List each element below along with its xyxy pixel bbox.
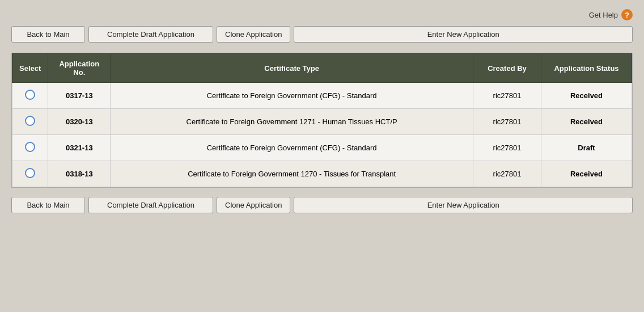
created-by-cell: ric27801 — [473, 109, 541, 135]
col-created-by: Created By — [473, 54, 541, 83]
applications-table: Select ApplicationNo. Certificate Type C… — [12, 53, 632, 187]
select-cell[interactable] — [12, 161, 48, 187]
get-help-label: Get Help — [589, 11, 618, 19]
select-cell[interactable] — [12, 83, 48, 109]
select-cell[interactable] — [12, 135, 48, 161]
select-cell[interactable] — [12, 109, 48, 135]
back-to-main-button-bottom[interactable]: Back to Main — [11, 197, 85, 213]
enter-new-application-button-bottom[interactable]: Enter New Application — [294, 197, 633, 213]
created-by-cell: ric27801 — [473, 135, 541, 161]
cert-type-cell: Certificate to Foreign Government 1271 -… — [111, 109, 473, 135]
cert-type-cell: Certificate to Foreign Government (CFG) … — [111, 135, 473, 161]
status-cell: Received — [541, 83, 632, 109]
radio-button[interactable] — [25, 116, 35, 126]
app-no-cell: 0317-13 — [48, 83, 111, 109]
radio-button[interactable] — [25, 142, 35, 152]
status-cell: Received — [541, 161, 632, 187]
cert-type-cell: Certificate to Foreign Government (CFG) … — [111, 83, 473, 109]
get-help-row: Get Help ? — [11, 6, 633, 26]
bottom-button-bar: Back to Main Complete Draft Application … — [11, 197, 633, 213]
col-app-no: ApplicationNo. — [48, 54, 111, 83]
table-row: 0320-13Certificate to Foreign Government… — [12, 109, 632, 135]
table-header-row: Select ApplicationNo. Certificate Type C… — [12, 54, 632, 83]
status-cell: Draft — [541, 135, 632, 161]
cert-type-cell: Certificate to Foreign Government 1270 -… — [111, 161, 473, 187]
radio-button[interactable] — [25, 168, 35, 178]
table-row: 0321-13Certificate to Foreign Government… — [12, 135, 632, 161]
radio-button[interactable] — [25, 90, 35, 100]
app-no-cell: 0321-13 — [48, 135, 111, 161]
clone-application-button-top[interactable]: Clone Application — [217, 26, 290, 43]
table-row: 0317-13Certificate to Foreign Government… — [12, 83, 632, 109]
col-select: Select — [12, 54, 48, 83]
table-row: 0318-13Certificate to Foreign Government… — [12, 161, 632, 187]
back-to-main-button-top[interactable]: Back to Main — [11, 26, 85, 43]
clone-application-button-bottom[interactable]: Clone Application — [217, 197, 290, 213]
col-app-status: Application Status — [541, 54, 632, 83]
app-no-cell: 0320-13 — [48, 109, 111, 135]
complete-draft-button-top[interactable]: Complete Draft Application — [88, 26, 213, 43]
col-cert-type: Certificate Type — [111, 54, 473, 83]
top-button-bar: Back to Main Complete Draft Application … — [11, 26, 633, 43]
complete-draft-button-bottom[interactable]: Complete Draft Application — [88, 197, 213, 213]
applications-table-container: Select ApplicationNo. Certificate Type C… — [11, 53, 633, 188]
created-by-cell: ric27801 — [473, 83, 541, 109]
created-by-cell: ric27801 — [473, 161, 541, 187]
status-cell: Received — [541, 109, 632, 135]
help-icon[interactable]: ? — [621, 9, 633, 20]
enter-new-application-button-top[interactable]: Enter New Application — [294, 26, 633, 43]
app-no-cell: 0318-13 — [48, 161, 111, 187]
